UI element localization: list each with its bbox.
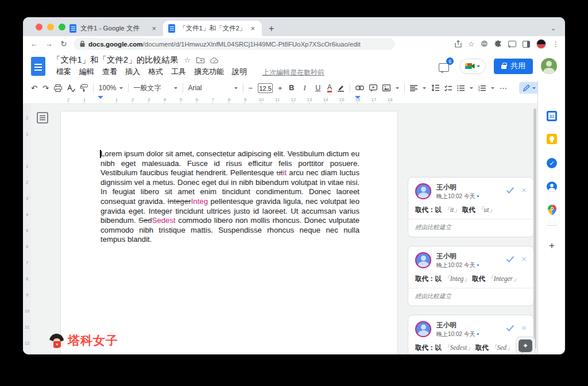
lock-icon	[80, 41, 85, 47]
document-page[interactable]: Lorem ipsum dolor sit amet, consectetur …	[60, 111, 398, 354]
calendar-icon[interactable]: 31	[538, 111, 565, 121]
add-comment-sparkle-icon[interactable]: ✦	[519, 339, 532, 352]
reject-suggestion-icon[interactable]: ×	[521, 186, 527, 194]
paint-format-icon[interactable]	[80, 84, 88, 92]
chevron-down-icon[interactable]	[491, 87, 494, 91]
tab-title: 「文件1」和「文件2」的比較結	[179, 24, 245, 33]
italic-button[interactable]: I	[301, 84, 309, 92]
paragraph-style-select[interactable]: 一般文字	[134, 83, 177, 93]
zoom-select[interactable]: 100%	[99, 84, 123, 92]
suggestion-card[interactable]: 王小明 晚上10:02 今天 • × 取代：以 「it」 取代 「ut」	[408, 177, 534, 237]
meet-call-button[interactable]	[459, 59, 486, 74]
accept-suggestion-icon[interactable]	[506, 256, 514, 263]
maps-icon[interactable]	[538, 204, 565, 215]
editing-mode-button[interactable]	[519, 82, 540, 94]
minimize-window-button[interactable]	[47, 24, 54, 30]
comments-history-button[interactable]: 6	[439, 60, 451, 72]
text-color-button[interactable]: A	[327, 84, 332, 92]
suggestion-text: 取代：以 「Integ」 取代 「Integer」	[415, 275, 527, 283]
bulleted-list-icon[interactable]	[457, 85, 465, 91]
bookmark-star-icon[interactable]: ☆	[468, 40, 474, 48]
keep-icon[interactable]	[538, 134, 565, 144]
accept-suggestion-icon[interactable]	[506, 325, 514, 331]
font-size-increase-button[interactable]: +	[278, 84, 283, 92]
extension-chat-icon[interactable]	[481, 40, 488, 48]
chevron-down-icon[interactable]	[470, 87, 473, 91]
reject-suggestion-icon[interactable]: ×	[521, 323, 527, 332]
contacts-icon[interactable]	[538, 182, 565, 192]
insert-image-icon[interactable]	[382, 84, 390, 91]
menu-item[interactable]: 擴充功能	[190, 66, 228, 78]
tab-close-icon[interactable]: ×	[249, 24, 257, 33]
add-comment-icon[interactable]	[369, 84, 377, 92]
address-input[interactable]: docs.google.com/document/d/1HmwuzXlnfML0…	[74, 38, 395, 50]
menu-item[interactable]: 插入	[121, 66, 144, 78]
highlight-color-icon[interactable]	[337, 84, 345, 92]
tab-search-chevron-icon[interactable]: ⌄	[551, 25, 556, 32]
tab-close-icon[interactable]: ×	[150, 24, 158, 33]
move-folder-icon[interactable]	[196, 57, 204, 63]
reject-suggestion-icon[interactable]: ×	[521, 254, 527, 263]
font-size-input[interactable]: 12.5	[258, 83, 273, 93]
account-avatar[interactable]	[541, 58, 557, 74]
menu-item[interactable]: 編輯	[75, 66, 98, 78]
ruler-number: 15	[334, 95, 350, 104]
ruler-number: 4	[23, 206, 31, 222]
tab-comparison-result[interactable]: 「文件1」和「文件2」的比較結 ×	[163, 21, 262, 36]
back-icon[interactable]: ←	[29, 40, 39, 48]
new-tab-button[interactable]: +	[262, 21, 281, 36]
menu-item[interactable]: 工具	[167, 66, 190, 78]
line-spacing-icon[interactable]	[431, 84, 439, 91]
cast-icon[interactable]	[508, 41, 516, 48]
menu-item[interactable]: 格式	[144, 66, 167, 78]
accept-suggestion-icon[interactable]	[506, 187, 514, 194]
forward-icon[interactable]: →	[44, 40, 54, 48]
extensions-puzzle-icon[interactable]	[494, 40, 502, 48]
share-page-icon[interactable]	[455, 40, 462, 48]
side-panel-icon[interactable]	[523, 41, 530, 48]
share-button-label: 共用	[510, 61, 525, 71]
menu-item[interactable]: 檔案	[52, 66, 75, 78]
last-edited-link[interactable]: 上次編輯是在數秒前	[262, 68, 324, 78]
checklist-icon[interactable]	[444, 85, 452, 91]
suggestion-card[interactable]: 王小明 晚上10:02 今天 • × 取代：以 「Integ」 取代 「Inte…	[408, 246, 534, 306]
indent-marker-left[interactable]	[98, 96, 103, 102]
spellcheck-icon[interactable]	[67, 84, 75, 92]
undo-icon[interactable]: ↶	[31, 84, 37, 92]
insert-link-icon[interactable]	[355, 86, 364, 90]
vertical-scrollbar[interactable]	[533, 109, 536, 349]
suggestion-card[interactable]: 王小明 晚上10:02 今天 • × 取代：以 「Sedest」 取代 「Sed…	[408, 315, 534, 354]
menu-item[interactable]: 查看	[98, 66, 121, 78]
star-document-icon[interactable]: ☆	[184, 56, 191, 64]
ruler-number: 12	[285, 95, 301, 104]
browser-profile-avatar[interactable]	[536, 39, 546, 49]
menu-item[interactable]: 說明	[228, 66, 251, 78]
indent-marker-right[interactable]	[355, 96, 361, 102]
reload-icon[interactable]: ↻	[59, 40, 69, 48]
font-size-decrease-button[interactable]: −	[249, 84, 253, 92]
close-window-button[interactable]	[36, 24, 42, 30]
ruler-numbers: 21123456789101112131415161718	[60, 95, 398, 104]
share-button[interactable]: 共用	[494, 59, 533, 74]
get-addons-plus-button[interactable]: +	[538, 240, 565, 252]
google-docs-logo[interactable]	[31, 57, 45, 76]
more-options-button[interactable]: ⋯	[500, 84, 507, 92]
chevron-down-icon[interactable]	[396, 87, 399, 91]
browser-menu-kebab-icon[interactable]: ⋮	[552, 40, 559, 48]
document-outline-icon[interactable]	[37, 112, 48, 123]
cloud-saved-icon[interactable]	[210, 57, 219, 63]
tab-doc1[interactable]: 文件1 - Google 文件 ×	[64, 21, 163, 36]
font-select[interactable]: Arial	[188, 84, 238, 92]
chevron-down-icon[interactable]	[423, 87, 426, 91]
align-icon[interactable]	[410, 85, 417, 91]
underline-button[interactable]: U	[314, 84, 322, 92]
font-value: Arial	[188, 84, 202, 92]
numbered-list-icon[interactable]: 123	[478, 85, 486, 91]
comments-count-badge: 6	[446, 57, 454, 65]
url-bar: ← → ↻ docs.google.com/document/d/1HmwuzX…	[23, 36, 565, 52]
tasks-icon[interactable]: ✓	[538, 158, 565, 168]
document-title[interactable]: 「文件1」和「文件2」的比較結果	[52, 55, 178, 65]
print-icon[interactable]	[54, 84, 62, 92]
bold-button[interactable]: B	[288, 84, 296, 92]
redo-icon[interactable]: ↷	[42, 84, 49, 92]
